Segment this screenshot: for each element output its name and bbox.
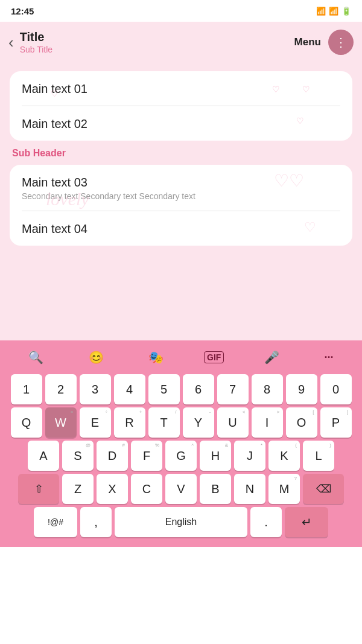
key-y[interactable]: - Y bbox=[183, 407, 214, 438]
emoji-icon[interactable]: 😊 bbox=[84, 348, 109, 367]
battery-icon: 🔋 bbox=[341, 7, 351, 16]
key-m-sub: ? bbox=[294, 476, 297, 481]
key-p-sub: ] bbox=[347, 409, 348, 415]
key-a[interactable]: A bbox=[28, 441, 59, 471]
key-w-sub: × bbox=[71, 409, 74, 415]
qwerty-row: Q × W ÷ E + R / T - Y < U bbox=[4, 407, 358, 438]
key-v[interactable]: V bbox=[165, 474, 197, 504]
key-t[interactable]: / T bbox=[148, 407, 180, 438]
key-c[interactable]: C bbox=[131, 474, 162, 504]
key-o[interactable]: [ O bbox=[286, 407, 317, 438]
key-9[interactable]: 9 bbox=[286, 374, 317, 404]
keyboard-toolbar: 🔍 😊 🎭 GIF 🎤 ··· bbox=[0, 340, 362, 372]
list-item-4-text: Main text 04 bbox=[22, 222, 340, 236]
more-icon[interactable]: ··· bbox=[320, 349, 338, 366]
key-e-sub: ÷ bbox=[105, 409, 107, 415]
app-bar-titles: Title Sub Title bbox=[20, 30, 294, 54]
key-w[interactable]: × W bbox=[45, 407, 77, 438]
symbols-key[interactable]: !@# bbox=[34, 507, 77, 537]
keyboard-rows: 1 2 3 4 5 6 7 8 9 0 Q × W ÷ E + R bbox=[0, 372, 362, 547]
signal-icon: 📶 bbox=[329, 7, 338, 16]
key-l[interactable]: ) L bbox=[303, 441, 334, 471]
key-i[interactable]: > I bbox=[252, 407, 283, 438]
list-item-1-text: Main text 01 bbox=[22, 82, 340, 96]
list-item-3-text: Main text 03 bbox=[22, 176, 340, 190]
enter-key[interactable]: ↵ bbox=[285, 507, 328, 537]
list-card-1: ♡ ♡ ♡ Main text 01 ♡ Main text 02 bbox=[10, 71, 352, 141]
more-options-button[interactable]: ⋮ bbox=[328, 30, 354, 55]
key-d-sub: # bbox=[122, 442, 125, 448]
app-bar: ‹ Title Sub Title Menu ⋮ bbox=[0, 22, 362, 63]
zxcv-row: ⇧ Z X C V B N ? M ⌫ bbox=[4, 474, 358, 504]
key-0[interactable]: 0 bbox=[320, 374, 352, 404]
content-area: ♡ ♡ ♡ Main text 01 ♡ Main text 02 Sub He… bbox=[0, 63, 362, 340]
watermark-heart-5: ♡ bbox=[304, 220, 316, 235]
sub-header: Sub Header bbox=[12, 148, 350, 159]
key-y-sub: - bbox=[209, 409, 211, 415]
list-item-4[interactable]: ♡ Main text 04 bbox=[10, 211, 352, 246]
list-item-2-text: Main text 02 bbox=[22, 117, 340, 131]
bottom-row: !@# , English . ↵ bbox=[4, 507, 358, 543]
heart-deco-1: ♡ bbox=[51, 89, 59, 98]
key-8[interactable]: 8 bbox=[252, 374, 283, 404]
status-icons: 📶 📶 🔋 bbox=[316, 7, 351, 16]
key-j-sub: * bbox=[261, 442, 262, 448]
asdf-row: A @ S # D % F ^ G & H * J bbox=[4, 441, 358, 471]
key-1[interactable]: 1 bbox=[11, 374, 42, 404]
key-u[interactable]: < U bbox=[217, 407, 249, 438]
key-s[interactable]: @ S bbox=[62, 441, 94, 471]
key-t-sub: / bbox=[175, 409, 176, 415]
status-bar: 12:45 📶 📶 🔋 bbox=[0, 0, 362, 22]
back-button[interactable]: ‹ bbox=[8, 33, 14, 52]
key-j[interactable]: * J bbox=[234, 441, 265, 471]
app-bar-right: Menu ⋮ bbox=[294, 30, 354, 55]
key-3[interactable]: 3 bbox=[80, 374, 111, 404]
key-o-sub: [ bbox=[313, 409, 314, 415]
gif-button[interactable]: GIF bbox=[204, 351, 224, 363]
key-g-sub: ^ bbox=[191, 442, 194, 448]
key-k[interactable]: ( K bbox=[268, 441, 300, 471]
list-item-3[interactable]: ♡♡ lovely Main text 03 Secondary text Se… bbox=[10, 165, 352, 211]
heart-deco-4: ♡ bbox=[296, 116, 304, 126]
shift-key[interactable]: ⇧ bbox=[18, 474, 59, 504]
sticker-icon[interactable]: 🎭 bbox=[144, 348, 168, 367]
key-5[interactable]: 5 bbox=[148, 374, 180, 404]
key-s-sub: @ bbox=[86, 442, 91, 448]
more-icon: ⋮ bbox=[335, 35, 348, 49]
key-2[interactable]: 2 bbox=[45, 374, 77, 404]
key-f[interactable]: % F bbox=[131, 441, 162, 471]
key-r-sub: + bbox=[139, 409, 142, 415]
key-p[interactable]: ] P bbox=[320, 407, 352, 438]
key-x[interactable]: X bbox=[97, 474, 128, 504]
heart-deco-3: ♡ bbox=[302, 84, 310, 94]
list-item-2[interactable]: ♡ Main text 02 bbox=[10, 106, 352, 141]
search-icon[interactable]: 🔍 bbox=[24, 348, 48, 367]
key-4[interactable]: 4 bbox=[114, 374, 145, 404]
key-m[interactable]: ? M bbox=[268, 474, 300, 504]
heart-deco-2: ♡ bbox=[272, 84, 280, 94]
key-d[interactable]: # D bbox=[97, 441, 128, 471]
wifi-icon: 📶 bbox=[316, 7, 326, 16]
list-item-1[interactable]: ♡ ♡ ♡ Main text 01 bbox=[10, 71, 352, 106]
key-f-sub: % bbox=[155, 442, 159, 448]
key-k-sub: ( bbox=[295, 442, 297, 448]
mic-icon[interactable]: 🎤 bbox=[259, 348, 284, 367]
key-u-sub: < bbox=[243, 409, 246, 415]
comma-key[interactable]: , bbox=[80, 507, 112, 537]
number-row: 1 2 3 4 5 6 7 8 9 0 bbox=[4, 374, 358, 404]
key-r[interactable]: + R bbox=[114, 407, 145, 438]
key-6[interactable]: 6 bbox=[183, 374, 214, 404]
key-n[interactable]: N bbox=[234, 474, 265, 504]
key-q[interactable]: Q bbox=[11, 407, 42, 438]
key-7[interactable]: 7 bbox=[217, 374, 249, 404]
key-g[interactable]: ^ G bbox=[165, 441, 197, 471]
menu-button[interactable]: Menu bbox=[294, 36, 321, 48]
list-card-2: ♡♡ lovely Main text 03 Secondary text Se… bbox=[10, 165, 352, 246]
space-key[interactable]: English bbox=[115, 507, 247, 537]
key-h[interactable]: & H bbox=[200, 441, 231, 471]
key-b[interactable]: B bbox=[200, 474, 231, 504]
backspace-key[interactable]: ⌫ bbox=[303, 474, 344, 504]
key-e[interactable]: ÷ E bbox=[80, 407, 111, 438]
period-key[interactable]: . bbox=[250, 507, 282, 537]
key-z[interactable]: Z bbox=[62, 474, 94, 504]
